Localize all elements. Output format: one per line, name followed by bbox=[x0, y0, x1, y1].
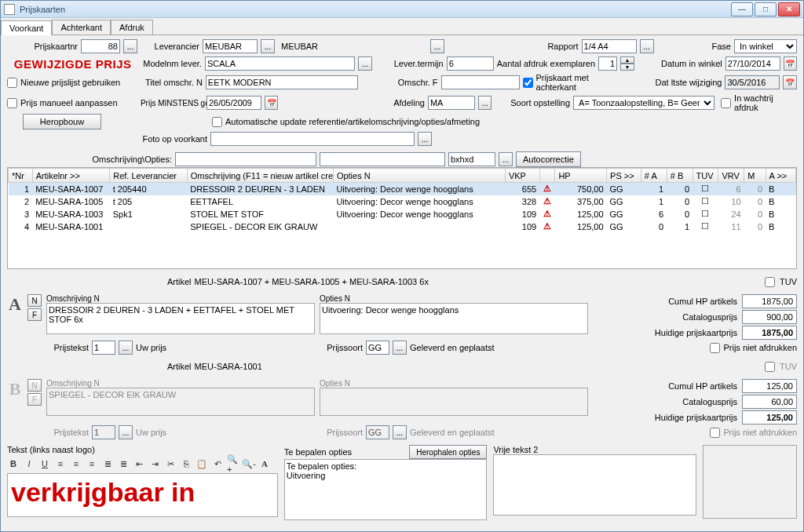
rapport-lookup[interactable]: ... bbox=[640, 39, 654, 53]
herophalen-button[interactable]: Herophalen opties bbox=[409, 445, 487, 459]
levertermijn-input[interactable] bbox=[447, 56, 494, 71]
modelnm-lookup[interactable]: ... bbox=[358, 56, 371, 71]
table-row[interactable]: 2MEU-SARA-1005t 205EETTAFELUitvoering: D… bbox=[9, 195, 796, 208]
grid-col[interactable] bbox=[539, 169, 555, 183]
outdent-icon[interactable]: ⇤ bbox=[133, 457, 145, 470]
soort-select[interactable]: A= Toonzaalopstelling, B= Geen bbox=[573, 96, 714, 110]
prijs-minstens-input[interactable] bbox=[206, 96, 261, 110]
wachtrij-checkbox[interactable] bbox=[721, 98, 731, 108]
grid-col[interactable]: # B bbox=[667, 169, 693, 183]
sectionA-prijssoort-lookup[interactable]: ... bbox=[393, 341, 407, 355]
filter-opties-input[interactable] bbox=[320, 152, 445, 166]
calendar-icon-1[interactable]: 📅 bbox=[784, 56, 797, 71]
foto-lookup[interactable]: ... bbox=[418, 132, 432, 146]
close-button[interactable]: ✕ bbox=[778, 2, 800, 16]
f-button[interactable]: F bbox=[27, 308, 42, 321]
copy-icon[interactable]: ⎘ bbox=[180, 457, 192, 470]
calendar-icon-2[interactable]: 📅 bbox=[783, 75, 797, 89]
sectionA-niet-afdrukken-checkbox[interactable] bbox=[710, 343, 720, 353]
titel-input[interactable] bbox=[206, 75, 358, 89]
prijs-manueel-checkbox[interactable] bbox=[7, 98, 17, 108]
italic-icon[interactable]: I bbox=[23, 457, 35, 470]
leverancier-code-input[interactable] bbox=[203, 39, 258, 53]
grid-col[interactable]: # A bbox=[641, 169, 667, 183]
bold-icon[interactable]: B bbox=[7, 457, 20, 470]
table-row[interactable]: 3MEU-SARA-1003Spk1STOEL MET STOFUitvoeri… bbox=[9, 208, 796, 220]
grid-col[interactable]: Opties N bbox=[333, 169, 505, 183]
sectionB-geleverd: Geleverd en geplaatst bbox=[410, 428, 495, 437]
grid-col[interactable]: VKP bbox=[505, 169, 539, 183]
tebepalen-textarea[interactable]: Te bepalen opties: Uitvoering bbox=[284, 459, 488, 520]
align-right-icon[interactable]: ≡ bbox=[86, 457, 98, 470]
artikel-grid[interactable]: *NrArtikelnr >>Ref. LeverancierOmschrijv… bbox=[7, 167, 797, 269]
n-button[interactable]: N bbox=[27, 294, 42, 307]
grid-col[interactable]: *Nr bbox=[9, 169, 33, 183]
sectionA-huidige: 1875,00 bbox=[742, 326, 797, 340]
aantal-down[interactable]: ▼ bbox=[620, 64, 634, 71]
cut-icon[interactable]: ✂ bbox=[164, 457, 177, 470]
afdeling-lookup[interactable]: ... bbox=[478, 96, 492, 110]
tab-afdruk[interactable]: Afdruk bbox=[111, 20, 153, 35]
calendar-icon-3[interactable]: 📅 bbox=[265, 96, 278, 110]
table-row[interactable]: 1MEU-SARA-1007t 205440DRESSOIR 2 DEUREN … bbox=[9, 183, 796, 195]
indent-icon[interactable]: ⇥ bbox=[148, 457, 161, 470]
prijskaartnr-lookup[interactable]: ... bbox=[123, 39, 137, 53]
tekst-editor[interactable]: verkrijgbaar in bbox=[7, 473, 278, 517]
list-icon[interactable]: ≣ bbox=[101, 457, 114, 470]
sectionA-opties[interactable]: Uitvoering: Decor wenge hoogglans bbox=[320, 303, 588, 334]
filter-omschrijving-input[interactable] bbox=[175, 152, 316, 166]
leverancier-lookup[interactable]: ... bbox=[261, 39, 275, 53]
auto-update-checkbox[interactable] bbox=[212, 117, 222, 127]
grid-col[interactable]: Omschrijving (F11 = nieuw artikel creere… bbox=[187, 169, 333, 183]
numbered-list-icon[interactable]: ≣ bbox=[117, 457, 130, 470]
sectionB-tuv-checkbox[interactable] bbox=[765, 362, 775, 372]
table-row[interactable]: 4MEU-SARA-1001SPIEGEL - DECOR EIK GRAUW1… bbox=[9, 220, 796, 233]
grid-col[interactable]: PS >> bbox=[607, 169, 641, 183]
grid-col[interactable]: A >> bbox=[766, 169, 795, 183]
sectionB-cumul-label: Cumul HP artikels bbox=[668, 381, 737, 391]
align-center-icon[interactable]: ≡ bbox=[70, 457, 82, 470]
sectionB-omschrijving-label: Omschrijving N bbox=[46, 379, 315, 388]
tab-achterkant[interactable]: Achterkant bbox=[52, 20, 111, 35]
extra-button-1[interactable]: ... bbox=[430, 39, 444, 53]
tab-voorkant[interactable]: Voorkant bbox=[1, 20, 52, 35]
font-icon[interactable]: A bbox=[258, 457, 271, 470]
sectionA-prijstekst-input[interactable] bbox=[92, 341, 115, 355]
rapport-input[interactable] bbox=[582, 39, 637, 53]
paste-icon[interactable]: 📋 bbox=[196, 457, 208, 470]
undo-icon[interactable]: ↶ bbox=[211, 457, 224, 470]
sectionA-prijstekst-lookup[interactable]: ... bbox=[119, 341, 133, 355]
omschr-f-input[interactable] bbox=[441, 75, 520, 89]
heropbouw-button[interactable]: Heropbouw bbox=[23, 114, 101, 129]
grid-col[interactable]: Artikelnr >> bbox=[32, 169, 110, 183]
sectionA-omschrijving[interactable]: DRESSOIR 2 DEUREN - 3 LADEN + EETTAFEL +… bbox=[46, 303, 315, 334]
nieuwe-prijslijst-checkbox[interactable] bbox=[7, 78, 17, 88]
align-left-icon[interactable]: ≡ bbox=[54, 457, 67, 470]
maximize-button[interactable]: □ bbox=[755, 2, 777, 16]
foto-input[interactable] bbox=[210, 132, 415, 146]
grid-col[interactable]: Ref. Leverancier bbox=[110, 169, 188, 183]
grid-col[interactable]: TUV bbox=[693, 169, 718, 183]
sectionB-prijstekst-label: Prijstekst bbox=[42, 428, 89, 437]
datum-winkel-input[interactable] bbox=[725, 56, 780, 71]
sectionA-prijssoort-input[interactable] bbox=[366, 341, 389, 355]
minimize-button[interactable]: — bbox=[731, 2, 753, 16]
grid-col[interactable]: M bbox=[744, 169, 766, 183]
modelnm-input[interactable] bbox=[205, 56, 356, 71]
aantal-input[interactable] bbox=[598, 56, 617, 71]
prijskaart-achterkant-checkbox[interactable] bbox=[523, 78, 533, 88]
aantal-up[interactable]: ▲ bbox=[620, 56, 634, 64]
zoom-in-icon[interactable]: 🔍+ bbox=[227, 457, 239, 470]
prijskaartnr-input[interactable] bbox=[81, 39, 120, 53]
zoom-out-icon[interactable]: 🔍- bbox=[243, 457, 255, 470]
fase-select[interactable]: In winkel bbox=[734, 39, 797, 53]
filter-lookup[interactable]: ... bbox=[499, 152, 513, 166]
afdeling-input[interactable] bbox=[428, 96, 475, 110]
filter-bxhxd-input[interactable] bbox=[448, 152, 495, 166]
autocorrectie-button[interactable]: Autocorrectie bbox=[516, 151, 581, 167]
underline-icon[interactable]: U bbox=[38, 457, 51, 470]
vrije-textarea[interactable] bbox=[493, 454, 696, 516]
grid-col[interactable]: VRV bbox=[718, 169, 744, 183]
grid-col[interactable]: HP bbox=[555, 169, 607, 183]
sectionA-tuv-checkbox[interactable] bbox=[765, 277, 775, 287]
